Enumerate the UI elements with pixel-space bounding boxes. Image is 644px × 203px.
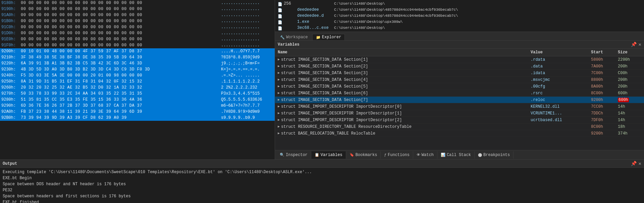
vars-name-cell: ▶struct IMAGE_SECTION_DATA Section[1]	[275, 56, 528, 63]
output-close-icon[interactable]: ✕	[639, 161, 641, 166]
expand-icon[interactable]: ▶	[278, 77, 280, 83]
bottom-tab-call-stack[interactable]: 📊Call Stack	[437, 151, 475, 159]
bottom-tab-breakpoints[interactable]: ⬤Breakpoints	[475, 151, 514, 159]
panel-close-icon[interactable]: ✕	[639, 42, 641, 47]
bottom-tab-bookmarks[interactable]: 🔖Bookmarks	[346, 151, 381, 159]
hex-row[interactable]: 92B0h:73 39 94 39 9D 39 A3 39 CF D8 62 3…	[0, 115, 275, 121]
bottom-tab-functions[interactable]: ƒFunctions	[381, 151, 413, 159]
vars-name-text: struct RESOURCE_DIRECTORY_TABLE Resource…	[281, 123, 412, 130]
vars-value-cell: .idata	[528, 70, 588, 77]
file-item[interactable]: 📄deedeedee.dC:\Users\11480\Desktop\48570…	[275, 13, 644, 19]
bottom-tab-inspector[interactable]: 🔍Inspector	[276, 151, 311, 159]
expand-icon[interactable]: ▶	[278, 70, 280, 77]
vars-row[interactable]: ▶struct IMAGE_SECTION_DATA Section[4].ms…	[275, 77, 644, 83]
vars-start-cell: 7CC0h	[588, 103, 615, 110]
hex-ascii: ................	[221, 24, 275, 30]
vars-header-row: Name Value Start Size	[275, 49, 644, 56]
vars-start-cell: 7A00h	[588, 63, 615, 70]
hex-row[interactable]: 9240h:F5 3D 03 3E 5A 3E 00 00 00 20 01 0…	[0, 72, 275, 79]
hex-addr: 92A0h:	[0, 109, 19, 115]
hex-row[interactable]: 9220h:6A 39 91 3B A1 3B B2 3B C5 3B 42 3…	[0, 60, 275, 66]
workspace-tab-explorer[interactable]: 📁Explorer	[312, 34, 345, 40]
hex-row[interactable]: 91F0h:00 00 00 00 00 00 00 00 00 00 00 0…	[0, 42, 275, 48]
expand-icon[interactable]: ▶	[278, 97, 280, 103]
hex-row[interactable]: 91B0h:00 00 00 00 00 00 00 00 00 00 00 0…	[0, 18, 275, 24]
hex-ascii: 2 2%2.2.2.2.232	[221, 85, 275, 91]
vars-row[interactable]: ▶struct IMAGE_SECTION_DATA Section[7].re…	[275, 97, 644, 103]
vars-row[interactable]: ▶struct RESOURCE_DIRECTORY_TABLE Resourc…	[275, 123, 644, 130]
hex-row[interactable]: 9290h:6D 36 7E 36 26 37 2B 37 3D 37 68 3…	[0, 103, 275, 109]
expand-icon[interactable]: ▶	[278, 110, 280, 117]
hex-row[interactable]: 9250h:8A 31 9D 31 B5 31 EF 31 F8 31 04 3…	[0, 79, 275, 85]
hex-row[interactable]: 9230h:4B 3D 5D 3D A0 3D B0 3D B2 3D 3D C…	[0, 66, 275, 72]
hex-addr: 91D0h:	[0, 30, 19, 36]
hex-row[interactable]: 92A0h:FB 37 23 38 44 38 11 39 21 39 3E 3…	[0, 109, 275, 115]
bottom-tab-watch[interactable]: 👁Watch	[413, 151, 437, 159]
hex-addr: 9210h:	[0, 54, 19, 60]
variables-title: Variables	[278, 42, 300, 47]
vars-name-cell: ▶struct IMAGE_IMPORT_DESCRIPTOR ImportDe…	[275, 103, 528, 110]
hex-row[interactable]: 91C0h:00 00 00 00 00 00 00 00 00 00 00 0…	[0, 24, 275, 30]
hex-bytes: 00 00 00 00 00 00 00 00 00 00 00 00 00 0…	[19, 0, 221, 6]
vars-row[interactable]: ▶struct IMAGE_SECTION_DATA Section[5].00…	[275, 83, 644, 90]
vars-value-cell: KERNEL32.dll	[528, 103, 588, 110]
btab-icon: 📊	[441, 153, 445, 157]
expand-icon[interactable]: ▶	[278, 63, 280, 70]
hex-row[interactable]: 91A0h:00 00 00 00 00 00 00 00 00 00 00 0…	[0, 12, 275, 18]
bottom-tab-variables[interactable]: 📋Variables	[311, 151, 346, 159]
file-item[interactable]: 📄256C:\Users\11480\Desktop\	[275, 1, 644, 7]
vars-row[interactable]: ▶struct IMAGE_IMPORT_DESCRIPTOR ImportDe…	[275, 117, 644, 123]
vars-row[interactable]: ▶struct IMAGE_IMPORT_DESCRIPTOR ImportDe…	[275, 103, 644, 110]
vars-row[interactable]: ▶struct IMAGE_IMPORT_DESCRIPTOR ImportDe…	[275, 110, 644, 117]
hex-row[interactable]: 9180h:00 00 00 00 00 00 00 00 00 00 00 0…	[0, 0, 275, 6]
hex-row[interactable]: 9190h:00 00 00 00 00 00 00 00 00 00 00 0…	[0, 6, 275, 12]
expand-icon[interactable]: ▶	[278, 123, 280, 130]
hex-addr: 9250h:	[0, 79, 19, 85]
file-icon: 📄	[278, 19, 282, 24]
hex-bytes: 6A 39 91 3B A1 3B B2 3B C5 3B 42 3C 6D 3…	[19, 60, 221, 66]
hex-row[interactable]: 91E0h:00 00 00 00 00 00 00 00 00 00 00 0…	[0, 36, 275, 42]
workspace-tab-workspace[interactable]: 🔧Workspace	[276, 34, 312, 40]
output-line: Space between DOS header and NT header i…	[3, 181, 641, 187]
expand-icon[interactable]: ▶	[278, 56, 280, 63]
hex-row[interactable]: 9210h:3F 38 49 38 5E 38 BF 38 DE 38 35 3…	[0, 54, 275, 60]
file-path: C:\Users\11480\Desktop\485708d44cc944e0a…	[334, 13, 458, 19]
expand-icon[interactable]: ▶	[278, 103, 280, 110]
btab-icon: 📋	[315, 153, 319, 157]
vars-size-cell: 600h	[615, 90, 639, 97]
expand-icon[interactable]: ▶	[278, 90, 280, 97]
vars-value-cell: .00cfg	[528, 83, 588, 90]
expand-icon[interactable]: ▶	[278, 83, 280, 90]
workspace-tab-label: Workspace	[286, 35, 308, 40]
expand-icon[interactable]: ▶	[278, 117, 280, 123]
output-pin-icon[interactable]: 📌	[631, 161, 637, 166]
vars-row[interactable]: ▶struct IMAGE_SECTION_DATA Section[1].rd…	[275, 56, 644, 63]
hex-ascii: .=.>Z>... ......	[221, 72, 275, 79]
vars-start-cell: 8C00h	[588, 90, 615, 97]
file-item[interactable]: 📄deedeedeeC:\Users\11480\Desktop\485708d…	[275, 7, 644, 13]
hex-addr: 9260h:	[0, 85, 19, 91]
hex-row[interactable]: 9260h:20 32 20 32 25 32 AE 32 B5 32 D0 3…	[0, 85, 275, 91]
hex-row[interactable]: 9200h:00 10 01 00 48 00 00 00 4F 37 59 3…	[0, 48, 275, 54]
vars-start-cell: 7C00h	[588, 70, 615, 77]
vars-row[interactable]: ▶struct BASE_RELOCATION_TABLE RelocTable…	[275, 130, 644, 137]
vars-start-cell: 8800h	[588, 77, 615, 83]
hex-bytes: 51 35 81 35 CC 35 E3 35 FE 35 15 36 33 3…	[19, 97, 221, 103]
file-item[interactable]: 📄3ec68...c.exeC:\Users\11480\Desktop\	[275, 25, 644, 31]
btab-icon: 🔖	[350, 153, 354, 157]
file-icon: 📄	[278, 13, 282, 18]
expand-icon[interactable]: ▶	[278, 130, 280, 137]
hex-row[interactable]: 91D0h:00 00 00 00 00 00 00 00 00 00 00 0…	[0, 30, 275, 36]
panel-pin-icon[interactable]: 📌	[631, 42, 637, 47]
hex-addr: 9270h:	[0, 91, 19, 97]
vars-row[interactable]: ▶struct IMAGE_SECTION_DATA Section[3].id…	[275, 70, 644, 77]
vars-row[interactable]: ▶struct IMAGE_SECTION_DATA Section[2].da…	[275, 63, 644, 70]
hex-row[interactable]: 9280h:51 35 81 35 CC 35 E3 35 FE 35 15 3…	[0, 97, 275, 103]
hex-row[interactable]: 9270h:50 33 78 33 99 33 2C 34 AA 34 03 3…	[0, 91, 275, 97]
vars-row[interactable]: ▶struct IMAGE_SECTION_DATA Section[6].rs…	[275, 90, 644, 97]
vars-name-cell: ▶struct BASE_RELOCATION_TABLE RelocTable	[275, 130, 528, 137]
vars-size-cell: 14h	[615, 110, 639, 117]
file-item[interactable]: 📄1.exeC:\Users\11480\Desktop\upx309w\	[275, 19, 644, 25]
hex-bytes: 8A 31 9D 31 B5 31 EF 31 F8 31 04 32 0F 3…	[19, 79, 221, 85]
hex-addr: 9190h:	[0, 6, 19, 12]
